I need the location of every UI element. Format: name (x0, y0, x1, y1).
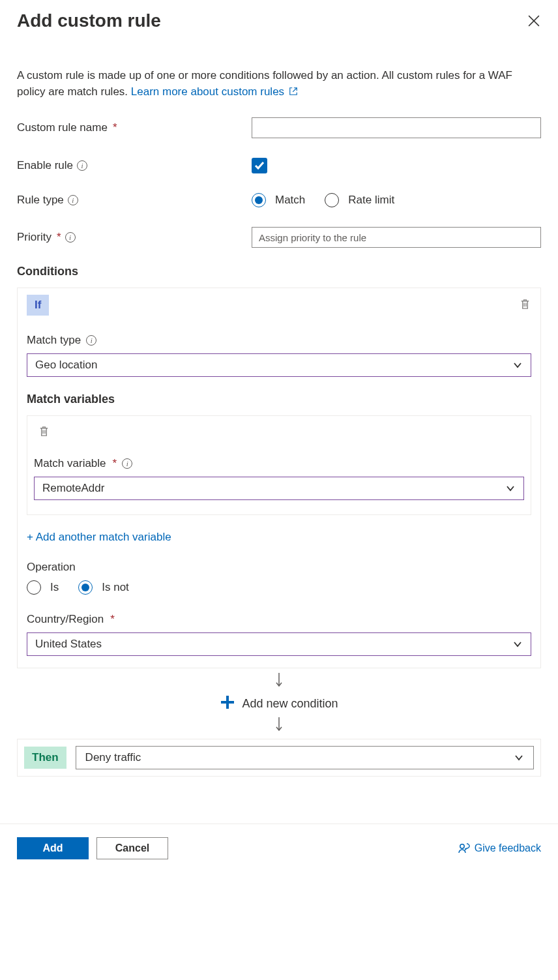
check-icon (254, 160, 265, 171)
condition-block: If Match type i Geo location Match varia… (17, 288, 541, 668)
country-label: Country/Region* (27, 613, 531, 626)
delete-variable-button[interactable] (38, 425, 50, 440)
trash-icon (38, 425, 50, 438)
then-badge: Then (24, 747, 66, 769)
chevron-down-icon (512, 360, 523, 370)
close-icon (528, 15, 540, 27)
external-link-icon (289, 85, 298, 101)
match-variable-label: Match variable* i (34, 457, 524, 470)
then-action-value: Deny traffic (85, 751, 141, 764)
match-variable-block: Match variable* i RemoteAddr (27, 415, 531, 515)
delete-condition-button[interactable] (519, 298, 531, 313)
priority-input[interactable] (252, 227, 541, 248)
conditions-title: Conditions (17, 265, 541, 278)
priority-label: Priority* i (17, 231, 252, 244)
info-icon[interactable]: i (77, 160, 87, 171)
custom-rule-name-label: Custom rule name* (17, 121, 252, 134)
custom-rule-name-input[interactable] (252, 117, 541, 138)
operation-is-radio[interactable] (27, 580, 41, 595)
operation-is-label: Is (50, 581, 59, 594)
info-icon[interactable]: i (86, 335, 96, 346)
match-variable-value: RemoteAddr (42, 482, 104, 495)
add-button[interactable]: Add (17, 837, 89, 859)
country-select[interactable]: United States (27, 632, 531, 656)
enable-rule-checkbox[interactable] (252, 158, 267, 173)
rule-type-label: Rule type i (17, 194, 252, 207)
country-value: United States (35, 638, 102, 651)
flow-arrow (17, 672, 541, 690)
match-variables-title: Match variables (27, 393, 531, 406)
info-icon[interactable]: i (68, 195, 78, 205)
cancel-button[interactable]: Cancel (96, 837, 168, 859)
trash-icon (519, 298, 531, 310)
info-icon[interactable]: i (122, 458, 132, 469)
close-button[interactable] (527, 14, 541, 28)
add-condition-button[interactable]: Add new condition (17, 694, 541, 713)
chevron-down-icon (514, 752, 524, 763)
svg-rect-5 (221, 701, 234, 704)
add-match-variable-link[interactable]: + Add another match variable (27, 531, 531, 544)
match-type-value: Geo location (35, 359, 97, 372)
info-icon[interactable]: i (65, 232, 76, 243)
feedback-icon (458, 842, 471, 855)
svg-point-7 (460, 844, 464, 848)
rule-type-match-label: Match (275, 194, 305, 207)
learn-more-link[interactable]: Learn more about custom rules (131, 85, 298, 98)
operation-label: Operation (27, 561, 531, 574)
then-block: Then Deny traffic (17, 739, 541, 777)
match-type-label: Match type i (27, 334, 531, 347)
match-type-select[interactable]: Geo location (27, 353, 531, 377)
rule-type-ratelimit-label: Rate limit (348, 194, 394, 207)
description-text: A custom rule is made up of one or more … (17, 68, 541, 100)
match-variable-select[interactable]: RemoteAddr (34, 477, 524, 500)
rule-type-ratelimit-radio[interactable] (325, 193, 339, 207)
chevron-down-icon (505, 483, 516, 494)
chevron-down-icon (512, 639, 523, 649)
add-condition-label: Add new condition (242, 697, 338, 711)
svg-line-2 (293, 87, 297, 91)
then-action-select[interactable]: Deny traffic (76, 746, 534, 769)
operation-isnot-label: Is not (102, 581, 129, 594)
operation-isnot-radio[interactable] (78, 580, 93, 595)
plus-icon (220, 694, 235, 713)
give-feedback-link[interactable]: Give feedback (458, 842, 541, 855)
flow-arrow (17, 717, 541, 735)
rule-type-match-radio[interactable] (252, 193, 266, 207)
if-badge: If (27, 295, 49, 316)
page-title: Add custom rule (17, 10, 161, 31)
enable-rule-label: Enable rule i (17, 159, 252, 172)
